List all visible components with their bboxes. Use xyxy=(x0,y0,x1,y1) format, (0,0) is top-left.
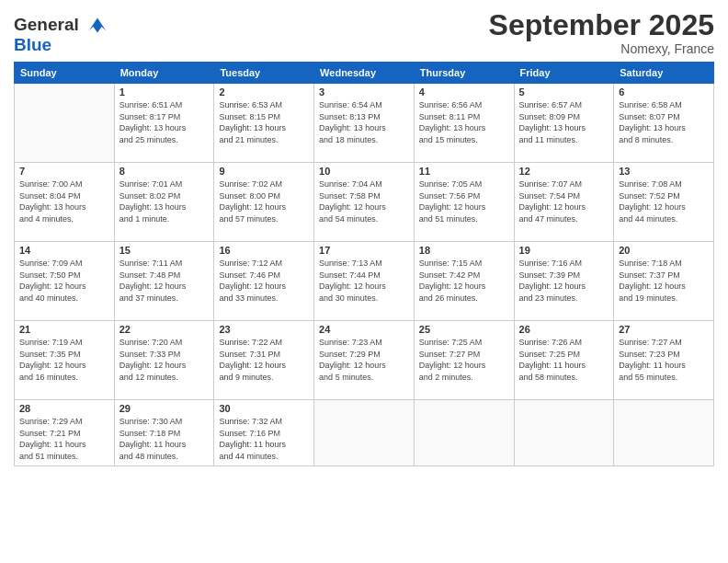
day-number: 6 xyxy=(619,86,709,98)
calendar-table: Sunday Monday Tuesday Wednesday Thursday… xyxy=(14,62,714,465)
table-row: 11Sunrise: 7:05 AMSunset: 7:56 PMDayligh… xyxy=(414,163,514,242)
day-number: 3 xyxy=(319,86,409,98)
day-number: 17 xyxy=(319,245,409,256)
table-row: 28Sunrise: 7:29 AMSunset: 7:21 PMDayligh… xyxy=(15,400,115,465)
day-info: Sunrise: 7:18 AMSunset: 7:37 PMDaylight:… xyxy=(619,258,709,304)
table-row xyxy=(514,400,614,465)
day-info: Sunrise: 7:08 AMSunset: 7:52 PMDaylight:… xyxy=(619,178,709,224)
table-row: 6Sunrise: 6:58 AMSunset: 8:07 PMDaylight… xyxy=(614,84,714,163)
day-info: Sunrise: 7:02 AMSunset: 8:00 PMDaylight:… xyxy=(219,178,309,224)
table-row: 8Sunrise: 7:01 AMSunset: 8:02 PMDaylight… xyxy=(114,163,214,242)
day-number: 30 xyxy=(219,403,309,414)
table-row: 12Sunrise: 7:07 AMSunset: 7:54 PMDayligh… xyxy=(514,163,614,242)
table-row: 23Sunrise: 7:22 AMSunset: 7:31 PMDayligh… xyxy=(214,321,314,400)
table-row: 16Sunrise: 7:12 AMSunset: 7:46 PMDayligh… xyxy=(214,242,314,321)
day-number: 21 xyxy=(19,324,109,335)
day-number: 19 xyxy=(519,245,609,256)
day-info: Sunrise: 7:00 AMSunset: 8:04 PMDaylight:… xyxy=(19,178,109,224)
day-number: 8 xyxy=(119,166,210,177)
table-row: 29Sunrise: 7:30 AMSunset: 7:18 PMDayligh… xyxy=(114,400,214,465)
day-number: 28 xyxy=(19,403,109,414)
table-row: 4Sunrise: 6:56 AMSunset: 8:11 PMDaylight… xyxy=(414,84,514,163)
day-number: 14 xyxy=(19,245,109,256)
day-info: Sunrise: 7:15 AMSunset: 7:42 PMDaylight:… xyxy=(419,258,509,304)
day-info: Sunrise: 6:56 AMSunset: 8:11 PMDaylight:… xyxy=(419,99,509,145)
table-row: 13Sunrise: 7:08 AMSunset: 7:52 PMDayligh… xyxy=(614,163,714,242)
table-row: 24Sunrise: 7:23 AMSunset: 7:29 PMDayligh… xyxy=(314,321,415,400)
day-info: Sunrise: 6:54 AMSunset: 8:13 PMDaylight:… xyxy=(319,99,409,145)
day-info: Sunrise: 7:20 AMSunset: 7:33 PMDaylight:… xyxy=(119,337,210,383)
table-row: 9Sunrise: 7:02 AMSunset: 8:00 PMDaylight… xyxy=(214,163,314,242)
day-info: Sunrise: 7:26 AMSunset: 7:25 PMDaylight:… xyxy=(519,337,609,383)
day-number: 10 xyxy=(319,166,409,177)
table-row: 27Sunrise: 7:27 AMSunset: 7:23 PMDayligh… xyxy=(614,321,714,400)
table-row: 15Sunrise: 7:11 AMSunset: 7:48 PMDayligh… xyxy=(114,242,214,321)
day-number: 23 xyxy=(219,324,309,335)
logo-line1: General xyxy=(14,15,79,34)
location: Nomexy, France xyxy=(489,41,714,56)
day-info: Sunrise: 7:05 AMSunset: 7:56 PMDaylight:… xyxy=(419,178,509,224)
day-info: Sunrise: 6:57 AMSunset: 8:09 PMDaylight:… xyxy=(519,99,609,145)
logo-bird-icon xyxy=(85,13,110,39)
day-info: Sunrise: 7:13 AMSunset: 7:44 PMDaylight:… xyxy=(319,258,409,304)
day-number: 15 xyxy=(119,245,210,256)
header-wednesday: Wednesday xyxy=(314,63,415,84)
day-info: Sunrise: 6:58 AMSunset: 8:07 PMDaylight:… xyxy=(619,99,709,145)
day-number: 7 xyxy=(19,166,109,177)
day-number: 11 xyxy=(419,166,509,177)
header-friday: Friday xyxy=(514,63,614,84)
table-row: 7Sunrise: 7:00 AMSunset: 8:04 PMDaylight… xyxy=(15,163,115,242)
table-row: 19Sunrise: 7:16 AMSunset: 7:39 PMDayligh… xyxy=(514,242,614,321)
table-row: 2Sunrise: 6:53 AMSunset: 8:15 PMDaylight… xyxy=(214,84,314,163)
table-row: 22Sunrise: 7:20 AMSunset: 7:33 PMDayligh… xyxy=(114,321,214,400)
svg-marker-0 xyxy=(89,18,107,33)
day-number: 5 xyxy=(519,86,609,98)
table-row: 21Sunrise: 7:19 AMSunset: 7:35 PMDayligh… xyxy=(15,321,115,400)
day-number: 12 xyxy=(519,166,609,177)
day-info: Sunrise: 7:22 AMSunset: 7:31 PMDaylight:… xyxy=(219,337,309,383)
day-info: Sunrise: 6:53 AMSunset: 8:15 PMDaylight:… xyxy=(219,99,309,145)
page-header: General Blue September 2025 Nomexy, Fran… xyxy=(14,9,714,56)
day-info: Sunrise: 7:07 AMSunset: 7:54 PMDaylight:… xyxy=(519,178,609,224)
table-row: 10Sunrise: 7:04 AMSunset: 7:58 PMDayligh… xyxy=(314,163,415,242)
table-row: 17Sunrise: 7:13 AMSunset: 7:44 PMDayligh… xyxy=(314,242,415,321)
day-number: 26 xyxy=(519,324,609,335)
day-number: 16 xyxy=(219,245,309,256)
day-info: Sunrise: 7:23 AMSunset: 7:29 PMDaylight:… xyxy=(319,337,409,383)
day-info: Sunrise: 7:19 AMSunset: 7:35 PMDaylight:… xyxy=(19,337,109,383)
day-info: Sunrise: 7:25 AMSunset: 7:27 PMDaylight:… xyxy=(419,337,509,383)
day-info: Sunrise: 7:01 AMSunset: 8:02 PMDaylight:… xyxy=(119,178,210,224)
day-number: 29 xyxy=(119,403,210,414)
day-info: Sunrise: 7:32 AMSunset: 7:16 PMDaylight:… xyxy=(219,416,309,462)
day-info: Sunrise: 7:27 AMSunset: 7:23 PMDaylight:… xyxy=(619,337,709,383)
day-info: Sunrise: 7:09 AMSunset: 7:50 PMDaylight:… xyxy=(19,258,109,304)
day-number: 18 xyxy=(419,245,509,256)
logo: General Blue xyxy=(14,13,110,55)
day-info: Sunrise: 7:11 AMSunset: 7:48 PMDaylight:… xyxy=(119,258,210,304)
day-number: 1 xyxy=(119,86,210,98)
day-info: Sunrise: 7:29 AMSunset: 7:21 PMDaylight:… xyxy=(19,416,109,462)
table-row: 30Sunrise: 7:32 AMSunset: 7:16 PMDayligh… xyxy=(214,400,314,465)
day-info: Sunrise: 7:30 AMSunset: 7:18 PMDaylight:… xyxy=(119,416,210,462)
table-row: 1Sunrise: 6:51 AMSunset: 8:17 PMDaylight… xyxy=(114,84,214,163)
day-number: 9 xyxy=(219,166,309,177)
day-number: 2 xyxy=(219,86,309,98)
day-number: 4 xyxy=(419,86,509,98)
table-row xyxy=(614,400,714,465)
table-row xyxy=(314,400,415,465)
table-row: 18Sunrise: 7:15 AMSunset: 7:42 PMDayligh… xyxy=(414,242,514,321)
day-info: Sunrise: 7:04 AMSunset: 7:58 PMDaylight:… xyxy=(319,178,409,224)
table-row xyxy=(15,84,115,163)
day-number: 20 xyxy=(619,245,709,256)
header-sunday: Sunday xyxy=(15,63,115,84)
table-row: 3Sunrise: 6:54 AMSunset: 8:13 PMDaylight… xyxy=(314,84,415,163)
day-info: Sunrise: 7:12 AMSunset: 7:46 PMDaylight:… xyxy=(219,258,309,304)
day-info: Sunrise: 6:51 AMSunset: 8:17 PMDaylight:… xyxy=(119,99,210,145)
table-row: 25Sunrise: 7:25 AMSunset: 7:27 PMDayligh… xyxy=(414,321,514,400)
day-number: 13 xyxy=(619,166,709,177)
logo-line2: Blue xyxy=(14,35,51,54)
header-monday: Monday xyxy=(114,63,214,84)
title-block: September 2025 Nomexy, France xyxy=(489,9,714,56)
header-saturday: Saturday xyxy=(614,63,714,84)
header-thursday: Thursday xyxy=(414,63,514,84)
